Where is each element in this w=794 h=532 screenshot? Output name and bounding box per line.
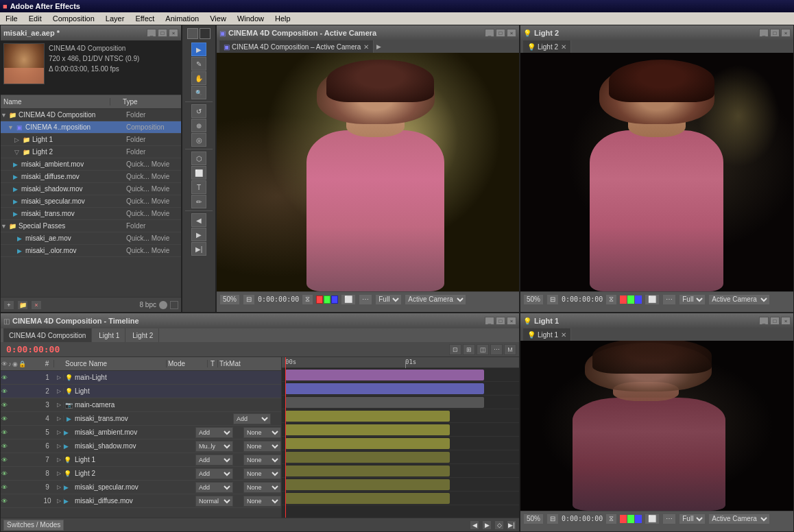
light1-alpha[interactable]: ⬜ [645, 513, 660, 524]
comp-minimize[interactable]: _ [485, 29, 494, 37]
visibility-icon[interactable]: 👁 [1, 484, 8, 491]
prev-frame[interactable]: ◀ [191, 213, 206, 227]
tl-keyframe[interactable]: ◇ [494, 520, 504, 530]
close-button[interactable]: × [169, 29, 178, 37]
minimize-button[interactable]: _ [147, 29, 156, 37]
list-item[interactable]: ▶ misaki_.olor.mov Quick... Movie [1, 245, 181, 257]
rotation-tool[interactable]: ↺ [191, 104, 206, 118]
light2-fit[interactable]: ⊟ [546, 294, 559, 305]
trkmat-select-10[interactable]: None [243, 496, 281, 507]
list-item[interactable]: ▼ 📁 CINEMA 4D Composition Folder [1, 109, 181, 121]
pen-tool[interactable]: ✎ [191, 57, 206, 71]
menu-file[interactable]: File [3, 14, 21, 23]
layer-row[interactable]: 👁 8 ▷ 💡 Light 2 Add None [1, 467, 281, 481]
switches-modes-btn[interactable]: Switches / Modes [3, 520, 64, 531]
light2-minimize[interactable]: _ [759, 29, 769, 37]
next-frame[interactable]: ▶| [191, 242, 206, 256]
visibility-icon[interactable]: 👁 [1, 429, 8, 436]
tl-maximize[interactable]: □ [496, 317, 505, 325]
list-item[interactable]: ▶ misaki_specular.mov Quick... Movie [1, 195, 181, 208]
visibility-icon[interactable]: 👁 [1, 498, 8, 505]
list-item[interactable]: ▶ misaki_ambient.mov Quick... Movie [1, 158, 181, 171]
layer-row[interactable]: 👁 1 ▷ 💡 main-Light [1, 371, 281, 385]
list-item[interactable]: ▶ misaki_diffuse.mov Quick... Movie [1, 171, 181, 183]
tl-tab-comp[interactable]: CINEMA 4D Composition [3, 328, 92, 342]
comp-viewport[interactable] [217, 53, 519, 291]
trkmat-select-6[interactable]: None [243, 441, 281, 452]
layer-row[interactable]: 👁 6 ▷ ▶ misaki_shadow.mov Mu..ly None [1, 439, 281, 453]
light2-viewer-tab[interactable]: 💡 Light 2 ✕ [520, 40, 793, 53]
light1-options[interactable]: ⋯ [662, 513, 676, 524]
trkmat-select-9[interactable]: None [243, 482, 281, 493]
visibility-icon[interactable]: 👁 [1, 388, 8, 395]
timeline-tracks[interactable]: 00s 01s [282, 357, 519, 518]
timecode[interactable]: 0:00:00:00 [3, 344, 62, 354]
menu-edit[interactable]: Edit [26, 14, 45, 23]
menu-window[interactable]: Window [234, 14, 267, 23]
trkmat-select-5[interactable]: None [243, 427, 281, 438]
visibility-icon[interactable]: 👁 [1, 457, 8, 463]
select-tool[interactable]: ▶ [191, 43, 206, 56]
quality-select[interactable]: Full [375, 294, 402, 305]
comp-maximize[interactable]: □ [496, 29, 505, 37]
paint-tool[interactable]: ✏ [191, 195, 206, 208]
light2-close[interactable]: × [781, 29, 791, 37]
menu-help[interactable]: Help [272, 14, 293, 23]
snap-button[interactable]: ⧖ [302, 294, 313, 305]
green-channel[interactable] [324, 295, 330, 304]
layer-row[interactable]: 👁 3 ▷ 📷 main-camera [1, 398, 281, 412]
light2-zoom[interactable]: 50% [523, 294, 544, 305]
light2-scrollbar[interactable] [520, 306, 793, 312]
mode-select-10[interactable]: Normal [195, 496, 233, 507]
list-item[interactable]: ▶ misaki_ae.mov Quick... Movie [1, 232, 181, 245]
layer-row[interactable]: 👁 10 ▷ ▶ misaki_diffuse.mov Normal None [1, 494, 281, 508]
layer-row[interactable]: 👁 5 ▷ ▶ misaki_ambient.mov Add None [1, 426, 281, 439]
mode-select-4[interactable]: Add [233, 413, 271, 424]
tl-btn2[interactable]: ⊞ [463, 344, 475, 355]
tl-btn5[interactable]: M [504, 344, 516, 355]
mode-select-7[interactable]: Add [195, 455, 233, 466]
list-item[interactable]: ▶ misaki_shadow.mov Quick... Movie [1, 183, 181, 195]
visibility-icon[interactable]: 👁 [1, 402, 8, 409]
list-item[interactable]: ▼ ▣ CINEMA 4..mposition Composition [1, 121, 181, 134]
tl-close[interactable]: × [507, 317, 516, 325]
zoom-display[interactable]: 50% [219, 294, 240, 305]
camera-tool[interactable]: ◎ [191, 133, 206, 147]
light2-snap[interactable]: ⧖ [605, 294, 617, 305]
camera-select[interactable]: Active Camera [405, 294, 466, 305]
comp-close[interactable]: × [507, 29, 516, 37]
light1-camera[interactable]: Active Camera [708, 513, 770, 524]
light1-snap[interactable]: ⧖ [605, 513, 617, 524]
layer-row[interactable]: 👁 9 ▷ ▶ misaki_specular.mov Add None [1, 481, 281, 494]
light2-viewport[interactable] [520, 53, 793, 291]
new-folder-button[interactable]: 📁 [17, 300, 28, 310]
light2-options[interactable]: ⬜ [645, 294, 660, 305]
menu-view[interactable]: View [207, 14, 229, 23]
comp-scrollbar-h[interactable] [217, 306, 519, 312]
list-item[interactable]: ▼ 📁 Special Passes Folder [1, 220, 181, 232]
tl-scroll-left[interactable]: ◀ [470, 520, 479, 530]
tl-play[interactable]: ▶ [482, 520, 492, 530]
tl-tab-light1[interactable]: Light 1 [93, 328, 125, 342]
fit-button[interactable]: ⊟ [243, 294, 255, 305]
mode-select-6[interactable]: Mu..ly [195, 441, 233, 452]
light1-quality[interactable]: Full [679, 513, 706, 524]
light1-viewport[interactable] [520, 341, 793, 511]
light1-tab[interactable]: 💡 Light 1 ✕ [523, 328, 571, 341]
trkmat-select-7[interactable]: None [243, 455, 281, 466]
light1-fit[interactable]: ⊟ [546, 513, 559, 524]
list-item[interactable]: ▷ 📁 Light 1 Folder [1, 134, 181, 146]
delete-button[interactable]: × [31, 300, 42, 310]
light1-maximize[interactable]: □ [770, 317, 780, 325]
play-btn[interactable]: ▶ [191, 228, 206, 241]
comp-options-button[interactable]: ⋯ [359, 294, 372, 305]
visibility-icon[interactable]: 👁 [1, 470, 8, 477]
visibility-icon[interactable]: 👁 [1, 374, 8, 381]
layer-row[interactable]: 👁 4 ▷ ▶ misaki_trans.mov Add [1, 412, 281, 426]
blue-channel[interactable] [331, 295, 338, 304]
mask-tool[interactable]: ⬡ [191, 152, 206, 165]
maximize-button[interactable]: □ [158, 29, 167, 37]
list-item[interactable]: ▽ 📁 Light 2 Folder [1, 146, 181, 158]
mode-select-5[interactable]: Add [195, 427, 233, 438]
comp-active-tab[interactable]: ▣ CINEMA 4D Composition – Active Camera … [219, 40, 374, 53]
